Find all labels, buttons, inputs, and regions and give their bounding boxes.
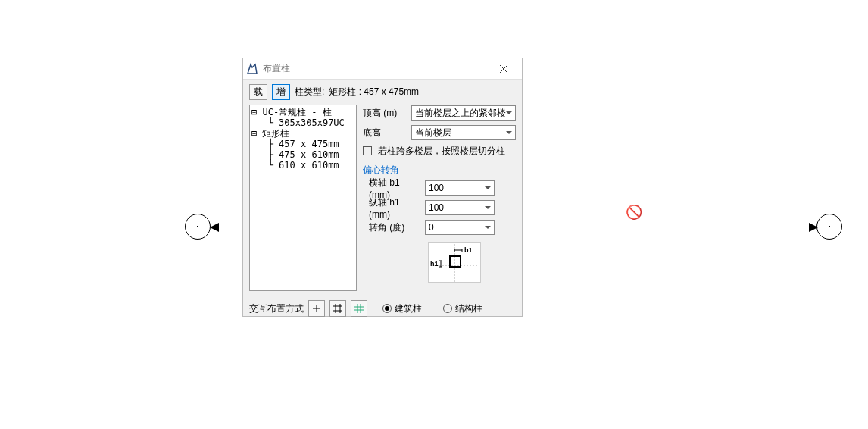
top-height-value: 当前楼层之上的紧邻楼 xyxy=(415,107,506,120)
app-icon xyxy=(246,63,258,75)
tree-item[interactable]: ⊟ 矩形柱 xyxy=(250,128,356,139)
load-button[interactable]: 载 xyxy=(249,84,267,100)
bottom-height-select[interactable]: 当前楼层 xyxy=(411,125,516,140)
top-toolbar: 载 增 柱类型: 矩形柱 : 457 x 475mm xyxy=(243,80,522,105)
v-axis-value: 100 xyxy=(429,202,444,213)
top-height-select[interactable]: 当前楼层之上的紧邻楼 xyxy=(411,105,516,121)
tree-item[interactable]: └ 610 x 610mm xyxy=(250,160,356,171)
split-checkbox[interactable] xyxy=(363,146,372,155)
close-button[interactable] xyxy=(489,59,519,79)
mode-hash-button[interactable] xyxy=(351,300,367,317)
plus-icon xyxy=(312,304,321,313)
type-tree[interactable]: ⊟ UC-常规柱 - 柱 └ 305x305x97UC ⊟ 矩形柱 ├ 457 … xyxy=(249,105,357,291)
add-button[interactable]: 增 xyxy=(272,84,290,100)
grid-icon xyxy=(333,304,342,313)
place-column-dialog: 布置柱 载 增 柱类型: 矩形柱 : 457 x 475mm ⊟ UC-常规柱 … xyxy=(242,58,523,317)
bottom-height-value: 当前楼层 xyxy=(415,127,451,139)
column-type-value: 矩形柱 : 457 x 475mm xyxy=(329,86,419,99)
footer-row: 交互布置方式 建筑柱 结构柱 xyxy=(243,297,522,321)
hash-icon xyxy=(354,304,364,313)
architectural-column-radio[interactable]: 建筑柱 xyxy=(382,302,422,315)
bottom-height-label: 底高 xyxy=(363,127,408,139)
titlebar: 布置柱 xyxy=(243,58,522,80)
chevron-down-icon xyxy=(485,206,491,209)
b1-label: b1 xyxy=(464,246,473,254)
h-axis-value: 100 xyxy=(429,183,444,193)
chevron-down-icon xyxy=(485,186,491,189)
top-height-label: 顶高 (m) xyxy=(363,107,408,120)
v-axis-label: 纵轴 h1 (mm) xyxy=(369,196,422,220)
window-title: 布置柱 xyxy=(263,62,489,75)
left-cursor-shape xyxy=(185,214,211,240)
tree-item[interactable]: ⊟ UC-常规柱 - 柱 xyxy=(250,107,356,117)
svg-marker-1 xyxy=(809,223,818,232)
mode-single-button[interactable] xyxy=(308,300,325,317)
angle-combo[interactable]: 0 xyxy=(425,220,495,235)
chevron-down-icon xyxy=(485,226,491,229)
no-entry-icon: 🚫 xyxy=(626,204,642,221)
column-type-label: 柱类型: xyxy=(295,86,324,99)
tree-item[interactable]: ├ 457 x 475mm xyxy=(250,139,356,149)
v-axis-combo[interactable]: 100 xyxy=(425,200,495,215)
chevron-down-icon xyxy=(506,111,512,114)
chevron-down-icon xyxy=(506,131,512,134)
structural-column-label: 结构柱 xyxy=(455,302,482,315)
right-panel: 顶高 (m) 当前楼层之上的紧邻楼 底高 当前楼层 若柱跨多楼层，按照楼层切分柱… xyxy=(363,105,516,291)
architectural-column-label: 建筑柱 xyxy=(395,302,422,315)
angle-label: 转角 (度) xyxy=(369,221,422,234)
structural-column-radio[interactable]: 结构柱 xyxy=(443,302,482,315)
offset-diagram: b1 h1 xyxy=(428,242,481,283)
mode-grid-button[interactable] xyxy=(329,300,346,317)
offset-section-title: 偏心转角 xyxy=(363,161,516,177)
angle-value: 0 xyxy=(429,222,434,233)
h-axis-combo[interactable]: 100 xyxy=(425,180,495,196)
tree-item[interactable]: ├ 475 x 610mm xyxy=(250,149,356,160)
svg-marker-2 xyxy=(248,64,257,74)
right-cursor-shape xyxy=(816,214,842,240)
svg-marker-0 xyxy=(210,223,219,232)
split-checkbox-label: 若柱跨多楼层，按照楼层切分柱 xyxy=(378,145,505,158)
tree-item[interactable]: └ 305x305x97UC xyxy=(250,117,356,128)
placement-method-label: 交互布置方式 xyxy=(249,302,304,315)
close-icon xyxy=(500,65,507,73)
h1-label: h1 xyxy=(430,260,439,268)
